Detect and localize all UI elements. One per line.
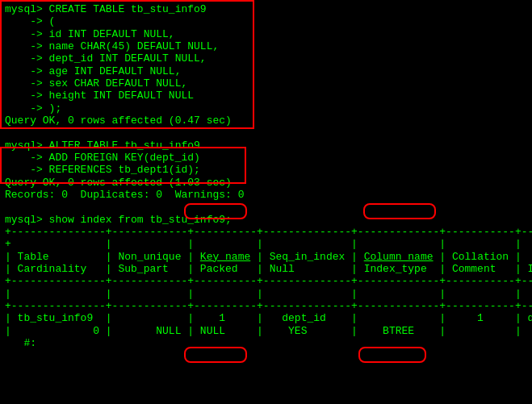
line-16: Records: 0 Duplicates: 0 Warnings: 0 — [5, 189, 527, 201]
line-19: +---------------+------------+----------… — [5, 226, 527, 238]
line-15: Query OK, 0 rows affected (1.03 sec) — [5, 177, 527, 189]
line-26: | tb_stu_info9 | | 1 | dept_id | | 1 | d… — [5, 312, 527, 324]
line-23: +---------------+------------+----------… — [5, 275, 527, 287]
line-28: #: — [5, 337, 527, 349]
line-17 — [5, 201, 527, 213]
line-6: -> age INT DEFAULT NULL, — [5, 65, 527, 77]
line-1: mysql> CREATE TABLE tb_stu_info9 — [5, 3, 527, 15]
line-25: +---------------+------------+----------… — [5, 300, 527, 312]
line-10: Query OK, 0 rows affected (0.47 sec) — [5, 115, 527, 127]
line-3: -> id INT DEFAULT NULL, — [5, 28, 527, 40]
line-13: -> ADD FOREIGN KEY(dept_id) — [5, 152, 527, 164]
line-27: | 0 | NULL | NULL | YES | BTREE | | — [5, 325, 527, 337]
line-7: -> sex CHAR DEFAULT NULL, — [5, 77, 527, 90]
line-22: | Cardinality | Sub_part | Packed | Null… — [5, 263, 527, 275]
line-8: -> height INT DEFAULT NULL — [5, 90, 527, 102]
line-24: | | | | | | | | | — [5, 288, 527, 300]
terminal-window: mysql> CREATE TABLE tb_stu_info9 -> ( ->… — [0, 0, 532, 404]
terminal-content: mysql> CREATE TABLE tb_stu_info9 -> ( ->… — [5, 3, 527, 349]
line-11 — [5, 127, 527, 139]
line-21: | Table | Non_unique | Key_name | Seq_in… — [5, 251, 527, 263]
line-12: mysql> ALTER TABLE tb_stu_info9 — [5, 140, 527, 152]
line-4: -> name CHAR(45) DEFAULT NULL, — [5, 40, 527, 52]
line-20: + | | | | | | | + — [5, 238, 527, 250]
line-5: -> dept_id INT DEFAULT NULL, — [5, 52, 527, 65]
line-9: -> ); — [5, 102, 527, 115]
line-18: mysql> show index from tb_stu_info9; — [5, 214, 527, 226]
line-14: -> REFERENCES tb_dept1(id); — [5, 164, 527, 176]
line-2: -> ( — [5, 15, 527, 27]
